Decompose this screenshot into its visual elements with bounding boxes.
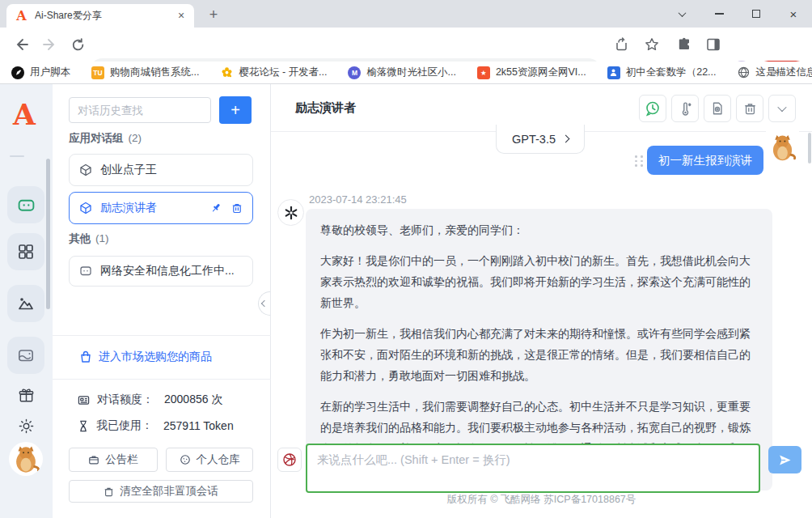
- theme-sun-icon[interactable]: [16, 416, 36, 435]
- group-label-other: 其他(1): [69, 231, 109, 246]
- delete-conversation-icon[interactable]: [231, 202, 243, 214]
- assistant-paragraph: 尊敬的校领导、老师们，亲爱的同学们：: [320, 219, 758, 240]
- nav-chat-icon[interactable]: [7, 186, 44, 223]
- sidebar-collapse-button[interactable]: [258, 291, 270, 316]
- site-favicon-icon: A: [15, 9, 28, 23]
- hourglass-icon: [78, 420, 89, 432]
- conversation-item-startup[interactable]: 创业点子王: [69, 154, 253, 186]
- announcement-board-button[interactable]: 公告栏: [69, 448, 158, 472]
- storage-globe-icon: [180, 454, 191, 465]
- assistant-paragraph: 作为初一新生，我相信我们内心都充满了对未来的期待和憧憬。或许有些同学会感到紧张和…: [320, 323, 758, 386]
- tab-title: Ai-Share爱分享: [35, 9, 175, 23]
- temperature-button[interactable]: [671, 95, 699, 122]
- side-panel-icon[interactable]: [704, 35, 723, 54]
- save-chat-button[interactable]: [704, 95, 731, 122]
- titlebar: A Ai-Share爱分享 × + ×: [0, 0, 812, 28]
- gift-icon[interactable]: [16, 385, 36, 405]
- shopping-bag-icon: [79, 350, 92, 363]
- group-label-apps: 应用对话组(2): [69, 131, 142, 146]
- message-input[interactable]: [306, 444, 760, 493]
- message-drag-handle-icon[interactable]: [635, 155, 644, 167]
- rail-divider: [10, 155, 24, 157]
- quota-card-icon: [78, 394, 90, 406]
- rail-scrollbar[interactable]: [46, 159, 50, 309]
- app-shell: A: [0, 84, 812, 518]
- used-row: 我已使用：257911 Token: [78, 418, 234, 433]
- chat-actions: [639, 95, 796, 122]
- back-icon[interactable]: [11, 35, 31, 54]
- forward-icon[interactable]: [40, 35, 60, 54]
- divider: [53, 335, 271, 336]
- quota-value: 2000856 次: [164, 393, 222, 407]
- clear-conversations-button[interactable]: 清空全部非置顶会话: [69, 480, 253, 503]
- app-cube-icon: [79, 202, 92, 214]
- window-controls: ×: [663, 0, 812, 28]
- quota-row: 对话额度：2000856 次: [78, 393, 222, 407]
- bookmark-community[interactable]: M 榆落微时光社区小...: [348, 66, 455, 79]
- close-button[interactable]: ×: [775, 0, 812, 28]
- openai-logo-icon: [283, 205, 299, 221]
- bookmarks-overflow-icon[interactable]: »: [773, 65, 780, 78]
- group-count: (1): [95, 232, 109, 244]
- plugin-ball-button[interactable]: [277, 448, 302, 472]
- bookmark-shop[interactable]: TU 购物商城销售系统...: [91, 66, 199, 79]
- maximize-button[interactable]: [738, 0, 775, 28]
- nav-apps-icon[interactable]: [7, 233, 44, 270]
- nav-gallery-icon[interactable]: [7, 285, 44, 322]
- conversation-title: 网络安全和信息化工作中...: [100, 264, 243, 278]
- message-timestamp: 2023-07-14 23:21:45: [309, 193, 407, 206]
- conversation-title: 励志演讲者: [100, 201, 202, 215]
- thermometer-icon: [678, 101, 693, 117]
- announcement-icon: [88, 454, 99, 465]
- user-message-avatar: [766, 130, 799, 164]
- trash-icon: [104, 486, 114, 497]
- bookmark-sakura[interactable]: 樱花论坛 - 开发者...: [220, 66, 327, 79]
- browser-tab[interactable]: A Ai-Share爱分享 ×: [6, 4, 194, 28]
- chat-bubble-icon: [79, 265, 92, 278]
- model-selector[interactable]: GPT-3.5: [496, 125, 585, 154]
- send-button[interactable]: [768, 446, 801, 473]
- reload-icon[interactable]: [68, 35, 87, 54]
- globe-icon: [738, 66, 751, 79]
- extensions-icon[interactable]: [675, 35, 694, 54]
- pin-icon[interactable]: [210, 202, 222, 214]
- copyright-footer: 版权所有 © 飞酷网络 苏ICP备17018867号: [271, 493, 812, 507]
- user-avatar[interactable]: [9, 442, 43, 476]
- app-cube-icon: [79, 163, 92, 176]
- clock-bubble-icon: [645, 100, 661, 117]
- bookmark-star-icon[interactable]: [642, 35, 662, 54]
- bookmarks-bar: 用户脚本 TU 购物商城销售系统... 樱花论坛 - 开发者... M 榆落微时…: [0, 62, 812, 84]
- nav-photos-icon[interactable]: [7, 337, 44, 374]
- chevron-right-icon: [562, 135, 570, 143]
- new-tab-button[interactable]: +: [204, 6, 223, 25]
- trash-icon: [743, 102, 757, 116]
- bookmark-userscript[interactable]: 用户脚本: [11, 66, 70, 79]
- conversation-item-security[interactable]: 网络安全和信息化工作中...: [69, 256, 253, 287]
- new-conversation-button[interactable]: +: [219, 96, 252, 124]
- bookmark-resources[interactable]: ★ 2k55资源网全网VI...: [477, 66, 586, 79]
- market-link[interactable]: 进入市场选购您的商品: [79, 346, 212, 367]
- personal-storage-button[interactable]: 个人仓库: [166, 448, 253, 472]
- history-search-input[interactable]: [69, 97, 211, 123]
- tab-close-icon[interactable]: ×: [175, 10, 188, 23]
- cat-avatar-icon: [11, 444, 41, 474]
- history-time-button[interactable]: [639, 95, 666, 122]
- used-value: 257911 Token: [163, 419, 234, 432]
- shop-cube-icon: TU: [91, 66, 104, 79]
- left-rail: A: [0, 84, 53, 518]
- math-course-icon: [607, 66, 620, 79]
- user-message-bubble[interactable]: 初一新生报到演讲: [647, 146, 763, 175]
- basketball-icon: [282, 452, 297, 467]
- share-icon[interactable]: [611, 35, 631, 54]
- conversation-item-speaker-selected[interactable]: 励志演讲者: [69, 192, 253, 224]
- conversation-sidebar: + 应用对话组(2) 创业点子王 励志演讲者 其他(1): [53, 84, 271, 518]
- collapse-header-button[interactable]: [768, 95, 796, 122]
- minimize-button[interactable]: [700, 0, 738, 28]
- conversation-title: 创业点子王: [100, 163, 243, 177]
- chat-scrollbar[interactable]: [808, 133, 811, 163]
- tab-search-icon[interactable]: [663, 0, 700, 28]
- browser-toolbar: chat.gcrup.com/chat 更新: [0, 28, 812, 62]
- bookmark-math[interactable]: 初中全套数学（22...: [607, 66, 717, 79]
- quota-label: 对话额度：: [97, 393, 154, 407]
- delete-chat-button[interactable]: [736, 95, 763, 122]
